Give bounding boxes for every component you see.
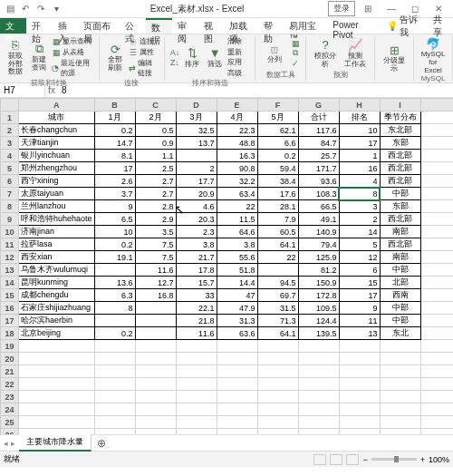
empty-cell[interactable] <box>217 378 257 391</box>
empty-cell[interactable] <box>94 391 135 403</box>
pagelayout-view-button[interactable] <box>330 454 342 465</box>
data-cell[interactable]: 90.8 <box>217 162 257 175</box>
row-header-8[interactable]: 8 <box>1 200 19 213</box>
empty-cell[interactable] <box>298 429 339 435</box>
row-header-25[interactable]: 25 <box>1 416 19 429</box>
empty-cell[interactable] <box>298 416 339 429</box>
empty-cell[interactable] <box>298 391 339 403</box>
tab-pagelayout[interactable]: 页面布局 <box>78 18 120 34</box>
data-cell[interactable]: 17.6 <box>257 188 298 200</box>
data-cell[interactable]: 西宁xining <box>19 175 95 188</box>
data-cell[interactable]: 16.8 <box>135 289 176 302</box>
empty-cell[interactable] <box>380 416 420 429</box>
zoom-out-button[interactable]: − <box>362 455 367 464</box>
data-cell[interactable]: 69.7 <box>257 289 298 302</box>
share-button[interactable]: 共享 <box>429 18 453 34</box>
data-cell[interactable]: 64.1 <box>257 238 298 251</box>
data-cell[interactable]: 47.9 <box>217 302 257 315</box>
empty-cell[interactable] <box>339 416 380 429</box>
empty-cell[interactable] <box>257 353 298 365</box>
data-cell[interactable]: 乌鲁木齐wulumuqi <box>19 264 95 277</box>
empty-cell[interactable] <box>217 403 257 416</box>
data-cell[interactable]: 17 <box>339 137 380 150</box>
row-header-12[interactable]: 12 <box>1 251 19 264</box>
empty-cell[interactable] <box>339 403 380 416</box>
connections-button[interactable]: ⎘连接 <box>129 36 159 46</box>
data-cell[interactable]: 西南 <box>380 289 420 302</box>
properties-button[interactable]: ☰属性 <box>129 47 159 57</box>
name-box[interactable]: H7 <box>0 83 45 97</box>
data-cell[interactable]: 2.6 <box>94 175 135 188</box>
undo-icon[interactable]: ↶ <box>19 3 32 15</box>
get-external-data-button[interactable]: ⎘ 获取外部数据 <box>5 38 26 76</box>
empty-cell[interactable] <box>217 429 257 435</box>
row-header-9[interactable]: 9 <box>1 213 19 226</box>
empty-cell[interactable] <box>94 340 135 353</box>
data-cell[interactable]: 2.7 <box>135 188 176 200</box>
data-cell[interactable]: 13.7 <box>176 137 217 150</box>
data-cell[interactable]: 东部 <box>380 200 420 213</box>
data-cell[interactable]: 0.9 <box>135 137 176 150</box>
empty-cell[interactable] <box>135 391 176 403</box>
sort-asc-button[interactable]: A↓ <box>170 48 179 57</box>
data-cell[interactable]: 郑州zhengzhou <box>19 162 95 175</box>
data-cell[interactable]: 22 <box>257 251 298 264</box>
data-cell[interactable]: 7.5 <box>135 238 176 251</box>
data-cell[interactable]: 西北部 <box>380 213 420 226</box>
header-cell[interactable]: 合计 <box>298 112 339 124</box>
data-cell[interactable]: 25.7 <box>298 150 339 162</box>
data-cell[interactable]: 79.4 <box>298 238 339 251</box>
empty-cell[interactable] <box>19 365 95 378</box>
data-cell[interactable]: 0.2 <box>94 327 135 340</box>
data-cell[interactable]: 31.5 <box>257 302 298 315</box>
data-cell[interactable]: 2.9 <box>135 213 176 226</box>
data-cell[interactable]: 124.4 <box>298 315 339 327</box>
empty-cell[interactable] <box>217 353 257 365</box>
empty-cell[interactable] <box>19 353 95 365</box>
data-cell[interactable]: 15 <box>339 277 380 289</box>
empty-cell[interactable] <box>298 353 339 365</box>
data-cell[interactable]: 3.5 <box>135 226 176 238</box>
data-cell[interactable]: 63.4 <box>217 188 257 200</box>
data-cell[interactable]: 兰州lanzhou <box>19 200 95 213</box>
data-cell[interactable]: 天津tianjin <box>19 137 95 150</box>
row-header-17[interactable]: 17 <box>1 315 19 327</box>
empty-cell[interactable] <box>176 429 217 435</box>
data-cell[interactable]: 2.8 <box>135 200 176 213</box>
empty-cell[interactable] <box>135 416 176 429</box>
normal-view-button[interactable] <box>313 454 326 465</box>
row-header-2[interactable]: 2 <box>1 124 19 137</box>
data-cell[interactable]: 1 <box>339 150 380 162</box>
data-cell[interactable]: 银川yinchuan <box>19 150 95 162</box>
data-cell[interactable]: 6.5 <box>94 213 135 226</box>
data-cell[interactable]: 6 <box>339 264 380 277</box>
tab-home[interactable]: 开始 <box>26 18 53 34</box>
data-cell[interactable] <box>135 302 176 315</box>
empty-cell[interactable] <box>217 340 257 353</box>
empty-cell[interactable] <box>339 353 380 365</box>
data-cell[interactable]: 32.2 <box>217 175 257 188</box>
data-cell[interactable]: 石家庄shijiazhuang <box>19 302 95 315</box>
empty-cell[interactable] <box>176 378 217 391</box>
data-cell[interactable] <box>135 327 176 340</box>
prev-sheet-icon[interactable]: ◂ <box>4 439 8 448</box>
tab-powerpivot[interactable]: Power Pivot <box>327 18 379 34</box>
column-header-D[interactable]: D <box>176 99 217 112</box>
data-cell[interactable]: 11.5 <box>217 213 257 226</box>
empty-cell[interactable] <box>257 391 298 403</box>
data-cell[interactable]: 9 <box>339 302 380 315</box>
data-cell[interactable]: 140.9 <box>298 226 339 238</box>
column-header-A[interactable]: A <box>19 99 95 112</box>
data-cell[interactable]: 21.7 <box>176 251 217 264</box>
data-cell[interactable]: 0.2 <box>94 238 135 251</box>
row-header-16[interactable]: 16 <box>1 302 19 315</box>
data-cell[interactable]: 3.7 <box>94 188 135 200</box>
data-cell[interactable]: 西北部 <box>380 175 420 188</box>
login-button[interactable]: 登录 <box>328 1 355 16</box>
data-cell[interactable]: 2 <box>339 213 380 226</box>
data-cell[interactable]: 150.9 <box>298 277 339 289</box>
data-cell[interactable]: 94.5 <box>257 277 298 289</box>
data-cell[interactable]: 47 <box>217 289 257 302</box>
ribbon-options-icon[interactable]: ⊞ <box>357 2 379 16</box>
empty-cell[interactable] <box>19 429 95 435</box>
